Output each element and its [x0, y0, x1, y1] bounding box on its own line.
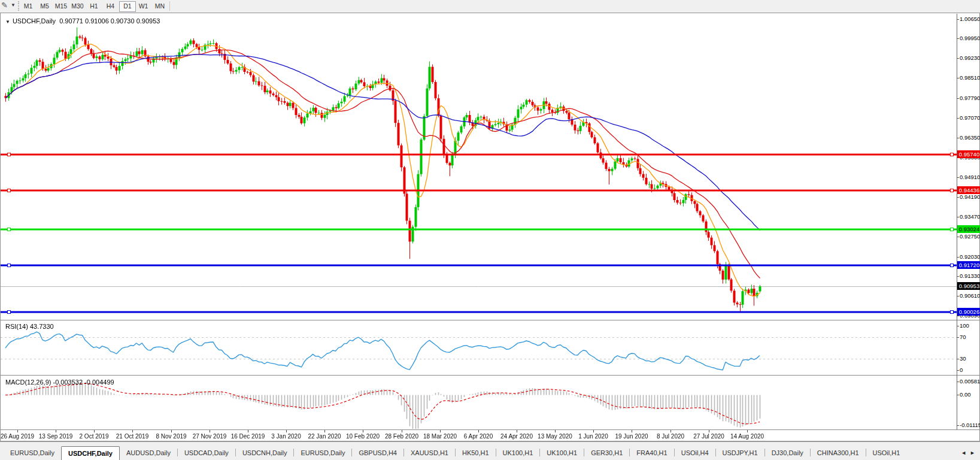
- x-axis-tick: [248, 430, 248, 432]
- chart-title: ▼USDCHF,Daily 0.90771 0.91006 0.90730 0.…: [5, 17, 160, 25]
- price-axis-tick-dash: [957, 276, 959, 277]
- macd-scale-dash: [957, 425, 959, 426]
- price-axis-tick-dash: [957, 78, 959, 78]
- timeframe-button-M5[interactable]: M5: [37, 1, 53, 11]
- price-axis-tick: 0.96350: [960, 134, 980, 141]
- timeframe-button-H4[interactable]: H4: [103, 1, 119, 11]
- timeframe-button-M1[interactable]: M1: [20, 1, 36, 11]
- price-line-tag: 0.95740: [957, 150, 980, 158]
- chart-tab-USOilH4[interactable]: USOil,H4: [675, 447, 715, 459]
- chart-tab-USDCADDaily[interactable]: USDCAD,Daily: [178, 447, 235, 459]
- chart-menu-icon[interactable]: ▼: [5, 19, 10, 25]
- timeframe-button-H1[interactable]: H1: [86, 1, 102, 11]
- timeframe-button-MN[interactable]: MN: [152, 1, 168, 11]
- price-line-tag: 0.93024: [957, 225, 980, 233]
- x-axis-tick: [555, 430, 556, 432]
- x-axis-tick: [132, 430, 133, 432]
- chart-tab-DJ30Daily[interactable]: DJ30,Daily: [765, 447, 810, 459]
- chart-tab-XAUUSDH1[interactable]: XAUUSD,H1: [404, 447, 455, 459]
- x-axis-label: 14 Aug 2020: [722, 433, 772, 440]
- price-axis-tick: 0.90610: [960, 292, 980, 299]
- time-axis-border: [1, 429, 979, 430]
- rsi-scale-label: 0: [960, 367, 963, 373]
- chart-tab-bar: EURUSD,DailyUSDCHF,DailyAUDUSD,DailyUSDC…: [0, 441, 980, 460]
- macd-canvas[interactable]: [1, 376, 957, 430]
- macd-scale-dash: [957, 395, 959, 395]
- x-axis-tick: [210, 430, 210, 432]
- chart-tab-GER30H1[interactable]: GER30,H1: [584, 447, 629, 459]
- macd-scale-label: 0.005818: [960, 378, 980, 385]
- price-axis-tick-dash: [957, 296, 959, 296]
- rsi-scale-dash: [957, 370, 959, 371]
- toolbar-separator: [169, 1, 170, 11]
- chart-tab-GBPUSDH4[interactable]: GBPUSD,H4: [352, 447, 403, 459]
- price-axis-tick-dash: [957, 138, 959, 138]
- x-axis-tick: [286, 430, 287, 432]
- chart-tab-HK50H1[interactable]: HK50,H1: [456, 447, 496, 459]
- price-line-tag: 0.94436: [957, 186, 980, 194]
- price-axis-tick-dash: [957, 118, 959, 119]
- timeframe-button-M15[interactable]: M15: [53, 1, 69, 11]
- price-axis-tick: 0.97790: [960, 95, 980, 101]
- price-axis-border: [957, 14, 957, 429]
- x-axis-tick: [171, 430, 172, 432]
- timeframe-toolbar: ✎ ▼ M1M5M15M30H1H4D1W1MN: [0, 0, 980, 13]
- price-axis-tick-dash: [957, 38, 959, 39]
- chart-tab-AUDUSDDaily[interactable]: AUDUSD,Daily: [120, 447, 177, 459]
- chart-window: ▼USDCHF,Daily 0.90771 0.91006 0.90730 0.…: [0, 13, 980, 441]
- price-axis-tick: 0.92030: [960, 253, 980, 260]
- price-axis-tick: 0.97070: [960, 114, 980, 121]
- price-axis-tick-dash: [957, 237, 959, 237]
- price-axis-tick-dash: [957, 197, 959, 198]
- x-axis-tick: [478, 430, 479, 432]
- macd-title: MACD(12,26,9) -0.003532 -0.004499: [5, 379, 114, 386]
- chart-tab-CHINA300H1[interactable]: CHINA300,H1: [811, 447, 866, 459]
- price-axis-tick: 0.94190: [960, 193, 980, 200]
- price-axis-tick-dash: [957, 316, 959, 316]
- timeframe-button-W1[interactable]: W1: [136, 1, 151, 11]
- price-axis-tick: 0.94910: [960, 174, 980, 180]
- x-axis-tick: [363, 430, 363, 432]
- chart-symbol-label: USDCHF,Daily: [13, 17, 56, 25]
- price-axis-tick-dash: [957, 19, 959, 20]
- chart-tab-USDJPYH1[interactable]: USDJPY,H1: [716, 447, 764, 459]
- x-axis-tick: [593, 430, 594, 432]
- chart-tab-USOilH1[interactable]: USOil,H1: [866, 447, 907, 459]
- timeframe-button-D1[interactable]: D1: [119, 1, 136, 12]
- x-axis-tick: [709, 430, 709, 432]
- chart-tab-EURUSDDaily[interactable]: EURUSD,Daily: [294, 447, 351, 459]
- x-axis-tick: [670, 430, 671, 432]
- dropdown-caret-icon[interactable]: ▼: [11, 2, 16, 8]
- price-axis-tick: 0.99230: [960, 55, 980, 61]
- chart-tab-FRA40H1[interactable]: FRA40,H1: [630, 447, 673, 459]
- chart-tab-USDCNHDaily[interactable]: USDCNH,Daily: [236, 447, 294, 459]
- x-axis-tick: [56, 430, 56, 432]
- price-axis-tick: 0.92750: [960, 233, 980, 240]
- x-axis-tick: [632, 430, 632, 432]
- panel-splitter-macd[interactable]: [1, 375, 979, 376]
- chart-tab-UK100H1[interactable]: UK100,H1: [496, 447, 540, 459]
- panel-splitter-rsi[interactable]: [1, 320, 979, 320]
- mt4-window: ✎ ▼ M1M5M15M30H1H4D1W1MN ▼USDCHF,Daily 0…: [0, 0, 980, 460]
- rsi-title: RSI(14) 43.7330: [5, 323, 54, 330]
- chart-tab-UK100H1[interactable]: UK100,H1: [540, 447, 584, 459]
- x-axis-tick: [94, 430, 95, 432]
- x-axis-tick: [17, 430, 18, 432]
- rsi-scale-label: 100: [960, 322, 969, 329]
- price-axis-tick-dash: [957, 257, 959, 258]
- rsi-canvas[interactable]: [1, 321, 957, 375]
- main-chart-canvas[interactable]: [1, 14, 957, 320]
- price-axis-tick: 0.99950: [960, 35, 980, 41]
- tab-scroll-right-icon[interactable]: ►: [970, 450, 975, 456]
- timeframe-button-M30[interactable]: M30: [70, 1, 86, 11]
- current-price-tag: 0.90953: [957, 282, 980, 290]
- price-axis-tick: 1.00650: [960, 16, 980, 22]
- tab-scroll-left-icon[interactable]: ◄: [961, 450, 966, 456]
- chart-tab-EURUSDDaily[interactable]: EURUSD,Daily: [4, 447, 61, 459]
- price-line-tag: 0.90026: [957, 308, 980, 316]
- price-axis-tick: 0.98510: [960, 74, 980, 81]
- x-axis-tick: [440, 430, 441, 432]
- chart-tools-icon[interactable]: ✎: [1, 1, 8, 10]
- chart-tab-USDCHFDaily[interactable]: USDCHF,Daily: [61, 446, 120, 460]
- rsi-scale-dash: [957, 359, 959, 359]
